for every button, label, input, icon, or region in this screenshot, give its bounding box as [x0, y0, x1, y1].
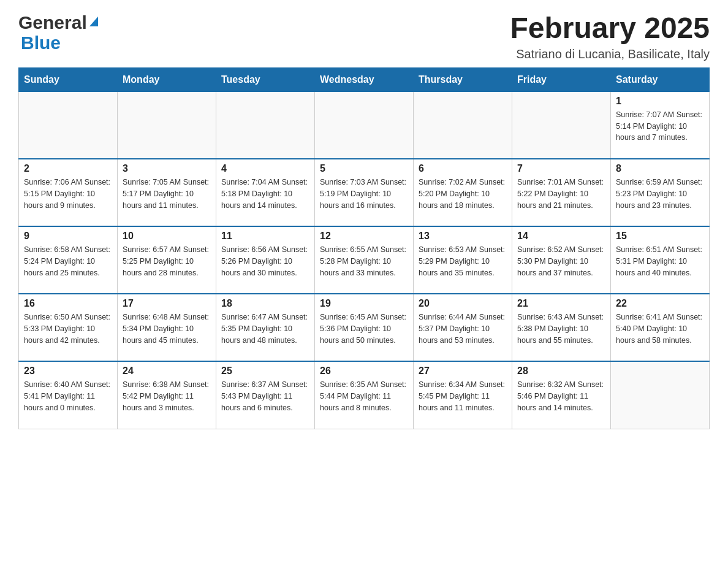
calendar-cell: 1Sunrise: 7:07 AM Sunset: 5:14 PM Daylig… [611, 91, 710, 159]
day-number: 7 [517, 163, 605, 174]
day-number: 3 [123, 163, 211, 174]
day-info: Sunrise: 7:06 AM Sunset: 5:15 PM Dayligh… [24, 177, 112, 211]
calendar-cell: 13Sunrise: 6:53 AM Sunset: 5:29 PM Dayli… [414, 226, 512, 294]
day-info: Sunrise: 6:32 AM Sunset: 5:46 PM Dayligh… [517, 379, 605, 413]
calendar-cell: 23Sunrise: 6:40 AM Sunset: 5:41 PM Dayli… [19, 361, 118, 429]
day-info: Sunrise: 6:51 AM Sunset: 5:31 PM Dayligh… [616, 244, 704, 278]
day-number: 9 [24, 231, 112, 242]
weekday-header-row: SundayMondayTuesdayWednesdayThursdayFrid… [19, 67, 710, 91]
day-number: 25 [221, 366, 309, 377]
day-number: 8 [616, 163, 704, 174]
calendar-cell: 15Sunrise: 6:51 AM Sunset: 5:31 PM Dayli… [611, 226, 710, 294]
day-number: 11 [221, 231, 309, 242]
calendar-cell: 6Sunrise: 7:02 AM Sunset: 5:20 PM Daylig… [414, 159, 512, 226]
day-info: Sunrise: 6:45 AM Sunset: 5:36 PM Dayligh… [320, 312, 408, 346]
day-info: Sunrise: 7:01 AM Sunset: 5:22 PM Dayligh… [517, 177, 605, 211]
weekday-header-thursday: Thursday [414, 67, 512, 91]
day-info: Sunrise: 6:57 AM Sunset: 5:25 PM Dayligh… [123, 244, 211, 278]
calendar-cell: 22Sunrise: 6:41 AM Sunset: 5:40 PM Dayli… [611, 294, 710, 361]
day-number: 15 [616, 231, 704, 242]
day-info: Sunrise: 6:40 AM Sunset: 5:41 PM Dayligh… [24, 379, 112, 413]
day-info: Sunrise: 6:43 AM Sunset: 5:38 PM Dayligh… [517, 312, 605, 346]
calendar-cell [216, 91, 315, 159]
day-info: Sunrise: 6:52 AM Sunset: 5:30 PM Dayligh… [517, 244, 605, 278]
day-number: 14 [517, 231, 605, 242]
calendar-cell: 18Sunrise: 6:47 AM Sunset: 5:35 PM Dayli… [216, 294, 315, 361]
calendar-cell: 4Sunrise: 7:04 AM Sunset: 5:18 PM Daylig… [216, 159, 315, 226]
day-number: 27 [419, 366, 507, 377]
calendar-week-row: 2Sunrise: 7:06 AM Sunset: 5:15 PM Daylig… [19, 159, 710, 226]
weekday-header-friday: Friday [512, 67, 611, 91]
day-number: 23 [24, 366, 112, 377]
day-info: Sunrise: 6:47 AM Sunset: 5:35 PM Dayligh… [221, 312, 309, 346]
day-info: Sunrise: 6:44 AM Sunset: 5:37 PM Dayligh… [419, 312, 507, 346]
day-info: Sunrise: 7:05 AM Sunset: 5:17 PM Dayligh… [123, 177, 211, 211]
title-block: February 2025 Satriano di Lucania, Basil… [510, 12, 710, 61]
calendar-cell: 27Sunrise: 6:34 AM Sunset: 5:45 PM Dayli… [414, 361, 512, 429]
day-number: 26 [320, 366, 408, 377]
day-number: 19 [320, 298, 408, 309]
calendar-cell: 19Sunrise: 6:45 AM Sunset: 5:36 PM Dayli… [315, 294, 414, 361]
day-info: Sunrise: 7:04 AM Sunset: 5:18 PM Dayligh… [221, 177, 309, 211]
day-info: Sunrise: 6:38 AM Sunset: 5:42 PM Dayligh… [123, 379, 211, 413]
day-number: 20 [419, 298, 507, 309]
day-info: Sunrise: 7:02 AM Sunset: 5:20 PM Dayligh… [419, 177, 507, 211]
calendar-week-row: 9Sunrise: 6:58 AM Sunset: 5:24 PM Daylig… [19, 226, 710, 294]
calendar-cell: 10Sunrise: 6:57 AM Sunset: 5:25 PM Dayli… [118, 226, 216, 294]
day-number: 2 [24, 163, 112, 174]
page-header: General Blue February 2025 Satriano di L… [18, 12, 710, 61]
calendar-week-row: 1Sunrise: 7:07 AM Sunset: 5:14 PM Daylig… [19, 91, 710, 159]
day-info: Sunrise: 6:35 AM Sunset: 5:44 PM Dayligh… [320, 379, 408, 413]
day-number: 13 [419, 231, 507, 242]
calendar-cell [19, 91, 118, 159]
location-title: Satriano di Lucania, Basilicate, Italy [510, 47, 710, 61]
day-number: 18 [221, 298, 309, 309]
calendar-cell: 8Sunrise: 6:59 AM Sunset: 5:23 PM Daylig… [611, 159, 710, 226]
day-number: 28 [517, 366, 605, 377]
calendar-cell: 11Sunrise: 6:56 AM Sunset: 5:26 PM Dayli… [216, 226, 315, 294]
calendar-cell: 26Sunrise: 6:35 AM Sunset: 5:44 PM Dayli… [315, 361, 414, 429]
day-info: Sunrise: 7:03 AM Sunset: 5:19 PM Dayligh… [320, 177, 408, 211]
calendar-week-row: 16Sunrise: 6:50 AM Sunset: 5:33 PM Dayli… [19, 294, 710, 361]
day-info: Sunrise: 6:59 AM Sunset: 5:23 PM Dayligh… [616, 177, 704, 211]
calendar-cell: 5Sunrise: 7:03 AM Sunset: 5:19 PM Daylig… [315, 159, 414, 226]
day-number: 24 [123, 366, 211, 377]
day-info: Sunrise: 6:37 AM Sunset: 5:43 PM Dayligh… [221, 379, 309, 413]
day-number: 12 [320, 231, 408, 242]
calendar-cell: 12Sunrise: 6:55 AM Sunset: 5:28 PM Dayli… [315, 226, 414, 294]
day-info: Sunrise: 6:55 AM Sunset: 5:28 PM Dayligh… [320, 244, 408, 278]
day-info: Sunrise: 6:58 AM Sunset: 5:24 PM Dayligh… [24, 244, 112, 278]
calendar-cell: 9Sunrise: 6:58 AM Sunset: 5:24 PM Daylig… [19, 226, 118, 294]
calendar-week-row: 23Sunrise: 6:40 AM Sunset: 5:41 PM Dayli… [19, 361, 710, 429]
day-info: Sunrise: 7:07 AM Sunset: 5:14 PM Dayligh… [616, 109, 704, 144]
calendar-cell: 3Sunrise: 7:05 AM Sunset: 5:17 PM Daylig… [118, 159, 216, 226]
calendar-cell [315, 91, 414, 159]
weekday-header-sunday: Sunday [19, 67, 118, 91]
day-info: Sunrise: 6:50 AM Sunset: 5:33 PM Dayligh… [24, 312, 112, 346]
calendar-cell: 16Sunrise: 6:50 AM Sunset: 5:33 PM Dayli… [19, 294, 118, 361]
weekday-header-monday: Monday [118, 67, 216, 91]
calendar-cell: 28Sunrise: 6:32 AM Sunset: 5:46 PM Dayli… [512, 361, 611, 429]
calendar-cell [414, 91, 512, 159]
day-info: Sunrise: 6:48 AM Sunset: 5:34 PM Dayligh… [123, 312, 211, 346]
logo-general-text: General [18, 12, 87, 33]
weekday-header-saturday: Saturday [611, 67, 710, 91]
calendar-cell: 17Sunrise: 6:48 AM Sunset: 5:34 PM Dayli… [118, 294, 216, 361]
day-number: 4 [221, 163, 309, 174]
day-number: 16 [24, 298, 112, 309]
calendar-cell [512, 91, 611, 159]
day-number: 5 [320, 163, 408, 174]
logo-blue-text: Blue [21, 33, 61, 53]
day-info: Sunrise: 6:56 AM Sunset: 5:26 PM Dayligh… [221, 244, 309, 278]
calendar-cell: 20Sunrise: 6:44 AM Sunset: 5:37 PM Dayli… [414, 294, 512, 361]
weekday-header-wednesday: Wednesday [315, 67, 414, 91]
day-number: 21 [517, 298, 605, 309]
day-number: 22 [616, 298, 704, 309]
logo-triangle-icon [89, 17, 98, 26]
day-number: 17 [123, 298, 211, 309]
calendar-cell: 7Sunrise: 7:01 AM Sunset: 5:22 PM Daylig… [512, 159, 611, 226]
calendar-cell [118, 91, 216, 159]
day-number: 1 [616, 96, 704, 107]
day-info: Sunrise: 6:41 AM Sunset: 5:40 PM Dayligh… [616, 312, 704, 346]
day-info: Sunrise: 6:34 AM Sunset: 5:45 PM Dayligh… [419, 379, 507, 413]
